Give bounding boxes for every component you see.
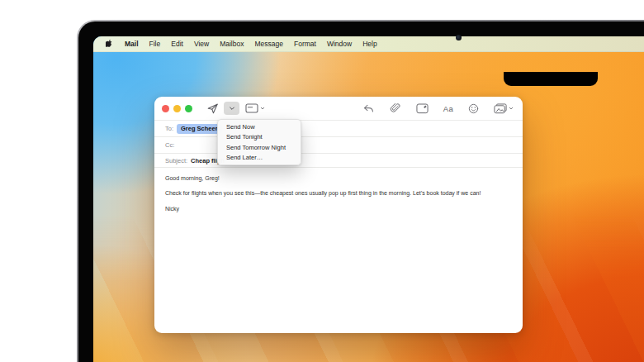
menubar-item[interactable]: Format [294,40,316,48]
subject-label: Subject: [165,157,187,164]
send-options-button[interactable] [224,102,239,115]
menubar-item[interactable]: Window [327,40,352,48]
menu-bar: MailFileEditViewMailboxMessageFormatWind… [93,36,644,52]
compose-titlebar: Aa [154,97,523,121]
header-fields-button[interactable] [245,103,265,113]
recipient-token[interactable]: Greg Scheer [177,124,222,134]
menubar-item[interactable]: Message [254,40,283,48]
to-field[interactable]: To: Greg Scheer [154,121,523,137]
menubar-item[interactable]: Mailbox [220,40,244,48]
photo-browser-button[interactable] [494,103,514,114]
send-menu-item[interactable]: Send Now [218,121,301,132]
zoom-button[interactable] [185,105,192,112]
body-paragraph: Check for flights when you see this—the … [165,190,509,198]
menubar-item[interactable]: File [149,40,161,48]
subject-field[interactable]: Subject: Cheap fligh [154,154,523,168]
menubar-item[interactable]: Edit [171,40,183,48]
emoji-icon[interactable] [468,103,479,114]
close-button[interactable] [162,105,169,112]
send-schedule-menu: Send NowSend TonightSend Tomorrow NightS… [217,119,301,165]
attachment-paperclip-icon[interactable] [390,102,401,114]
apple-menu-icon[interactable] [106,40,114,49]
send-menu-item[interactable]: Send Tomorrow Night [218,142,301,153]
menubar-item[interactable]: Help [362,40,376,48]
minimize-button[interactable] [173,105,181,112]
menu-bar-items: MailFileEditViewMailboxMessageFormatWind… [125,40,377,48]
message-body-editor[interactable]: Good morning, Greg!Check for flights whe… [154,168,523,212]
camera-icon [456,35,462,40]
format-text-button[interactable]: Aa [443,104,453,113]
body-paragraph: Nicky [165,206,509,213]
to-label: To: [165,125,173,132]
cc-field[interactable]: Cc: [154,137,523,154]
markup-icon[interactable] [416,102,429,114]
send-menu-item[interactable]: Send Tonight [218,132,301,143]
screenshot-stage: MailFileEditViewMailboxMessageFormatWind… [0,0,644,362]
cc-label: Cc: [165,141,174,149]
send-button[interactable] [206,102,219,115]
body-paragraph: Good morning, Greg! [165,175,509,183]
send-menu-item[interactable]: Send Later… [218,153,301,164]
menubar-item[interactable]: Mail [125,40,139,48]
reply-arrow-icon[interactable] [362,102,375,115]
mail-compose-window: Aa To: Greg Scheer Cc: Subject: Cheap fl… [154,97,523,333]
traffic-lights [162,105,192,112]
compose-toolbar-right: Aa [362,102,518,115]
menubar-item[interactable]: View [194,40,209,48]
display-notch [504,72,598,86]
